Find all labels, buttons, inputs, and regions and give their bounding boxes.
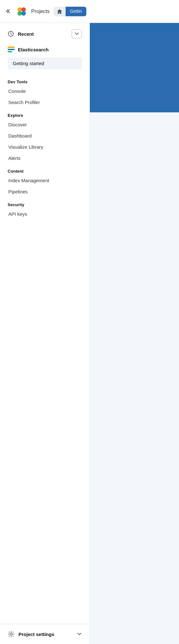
projects-label: Projects	[31, 9, 50, 14]
project-settings-footer[interactable]: Project settings	[0, 624, 89, 644]
explore-title: Explore	[8, 113, 82, 118]
elasticsearch-title: Elasticsearch	[18, 47, 49, 52]
project-settings-label: Project settings	[18, 632, 54, 637]
elasticsearch-icon	[8, 46, 15, 53]
svg-point-2	[18, 11, 22, 16]
dev-tools-section: Dev Tools Console Search Profiler	[0, 76, 89, 109]
elasticsearch-section: Elasticsearch Getting started	[0, 43, 89, 76]
sidebar: Recent Elasticsearch	[0, 23, 90, 644]
footer-left: Project settings	[8, 631, 54, 638]
nav-item-pipelines[interactable]: Pipelines	[8, 186, 82, 197]
breadcrumb: Gettin	[54, 7, 86, 16]
back-icon[interactable]	[5, 8, 12, 15]
gear-icon	[8, 631, 15, 638]
nav-item-discover[interactable]: Discover	[8, 119, 82, 130]
nav-item-alerts[interactable]: Alerts	[8, 153, 82, 164]
security-title: Security	[8, 202, 82, 207]
recent-label: Recent	[18, 31, 34, 37]
elasticsearch-header: Elasticsearch	[8, 46, 82, 53]
dev-tools-title: Dev Tools	[8, 79, 82, 84]
clock-icon	[8, 31, 14, 37]
chevron-down-icon	[75, 32, 79, 36]
recent-left: Recent	[8, 31, 34, 37]
explore-section: Explore Discover Dashboard Visualize Lib…	[0, 109, 89, 165]
svg-point-1	[21, 7, 26, 12]
header: Projects Gettin	[0, 0, 179, 23]
nav-item-index-management[interactable]: Index Management	[8, 175, 82, 186]
breadcrumb-current[interactable]: Gettin	[66, 7, 86, 16]
right-panel	[90, 23, 179, 644]
nav-item-visualize-library[interactable]: Visualize Library	[8, 141, 82, 153]
getting-started-item[interactable]: Getting started	[8, 57, 82, 69]
recent-dropdown-button[interactable]	[72, 29, 82, 38]
chevron-down-icon	[77, 631, 82, 636]
main-layout: Recent Elasticsearch	[0, 23, 179, 644]
project-settings-chevron	[77, 631, 82, 637]
app-logo	[16, 6, 27, 17]
nav-item-search-profiler[interactable]: Search Profiler	[8, 97, 82, 108]
recent-section-header[interactable]: Recent	[0, 23, 89, 43]
breadcrumb-home-button[interactable]	[54, 7, 66, 16]
security-section: Security API keys	[0, 198, 89, 221]
nav-item-api-keys[interactable]: API keys	[8, 208, 82, 220]
content-section: Content Index Management Pipelines	[0, 165, 89, 198]
sidebar-content: Recent Elasticsearch	[0, 23, 89, 624]
nav-item-console[interactable]: Console	[8, 86, 82, 97]
nav-item-dashboard[interactable]: Dashboard	[8, 130, 82, 141]
content-title: Content	[8, 169, 82, 174]
svg-point-5	[10, 633, 12, 635]
svg-point-3	[21, 11, 26, 16]
svg-point-0	[18, 7, 22, 12]
